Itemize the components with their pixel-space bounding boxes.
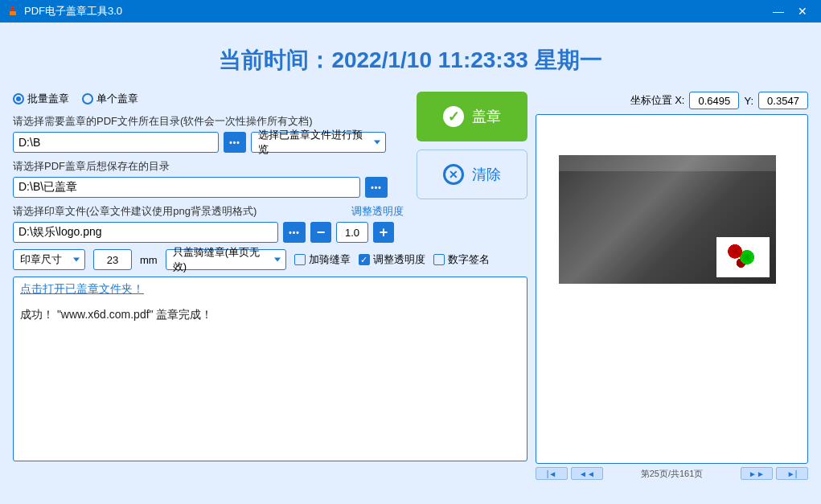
coord-x-label: 坐标位置 X: — [630, 93, 685, 108]
open-folder-link[interactable]: 点击打开已盖章文件夹！ — [20, 282, 520, 297]
titlebar-title: PDF电子盖章工具3.0 — [24, 4, 122, 18]
stamp-button[interactable]: ✓ 盖章 — [417, 92, 527, 141]
svg-rect-0 — [11, 6, 14, 11]
radio-single-label: 单个盖章 — [96, 92, 138, 106]
stamp-size-select[interactable]: 印章尺寸 — [13, 249, 85, 270]
stamp-file-label: 请选择印章文件(公章文件建议使用png背景透明格式) — [13, 204, 257, 219]
radio-batch[interactable]: 批量盖章 — [13, 92, 69, 106]
stamp-size-select-label: 印章尺寸 — [20, 252, 62, 267]
pager-prev-button[interactable]: ◄◄ — [571, 467, 603, 480]
riding-mode-label: 只盖骑缝章(单页无效) — [173, 245, 269, 274]
pager-next-button[interactable]: ►► — [741, 467, 773, 480]
dst-dir-label: 请选择PDF盖章后想保存在的目录 — [13, 159, 404, 174]
checkbox-icon — [294, 254, 306, 265]
stamp-overlay — [716, 237, 770, 277]
coord-x-input[interactable] — [689, 92, 739, 109]
pager-info: 第25页/共161页 — [606, 468, 737, 480]
preview-image — [559, 155, 776, 284]
riding-mode-select[interactable]: 只盖骑缝章(单页无效) — [166, 249, 286, 270]
x-icon: ✕ — [443, 164, 464, 185]
stamp-button-label: 盖章 — [472, 107, 501, 126]
log-area: 点击打开已盖章文件夹！ 成功！ "www.x6d.com.pdf" 盖章完成！ — [13, 277, 527, 461]
preview-select-label: 选择已盖章文件进行预览 — [258, 128, 369, 157]
checkbox-add-riding[interactable]: 加骑缝章 — [294, 252, 351, 267]
stamp-file-input[interactable] — [13, 222, 278, 243]
pager-last-button[interactable]: ►| — [776, 467, 808, 480]
log-line: 成功！ "www.x6d.com.pdf" 盖章完成！ — [20, 308, 520, 322]
src-dir-input[interactable] — [13, 132, 219, 153]
stamp-size-unit: mm — [140, 254, 158, 266]
dst-dir-input[interactable] — [13, 177, 360, 198]
svg-rect-1 — [10, 11, 16, 15]
checkbox-icon — [359, 254, 370, 265]
stamp-size-input[interactable] — [93, 249, 132, 270]
check-icon: ✓ — [443, 106, 464, 127]
time-header: 当前时间：2022/1/10 11:23:33 星期一 — [13, 31, 808, 92]
opacity-plus-button[interactable]: + — [373, 222, 394, 243]
src-dir-label: 请选择需要盖章的PDF文件所在目录(软件会一次性操作所有文档) — [13, 114, 404, 129]
minimize-button[interactable]: — — [766, 5, 790, 18]
app-icon — [6, 5, 19, 18]
coord-y-input[interactable] — [758, 92, 808, 109]
src-dir-browse-button[interactable]: ••• — [224, 132, 246, 153]
titlebar: PDF电子盖章工具3.0 — ✕ — [0, 0, 821, 23]
dst-dir-browse-button[interactable]: ••• — [365, 177, 388, 198]
checkbox-digital-sign[interactable]: 数字签名 — [433, 252, 490, 267]
preview-box[interactable] — [536, 114, 808, 464]
opacity-minus-button[interactable]: − — [310, 222, 331, 243]
pager-first-button[interactable]: |◄ — [536, 467, 568, 480]
close-button[interactable]: ✕ — [790, 5, 815, 18]
checkbox-add-riding-label: 加骑缝章 — [309, 252, 351, 267]
radio-single[interactable]: 单个盖章 — [82, 92, 138, 106]
clear-button[interactable]: ✕ 清除 — [417, 150, 527, 199]
radio-batch-label: 批量盖章 — [27, 92, 69, 106]
coord-y-label: Y: — [744, 95, 753, 107]
radio-icon — [82, 93, 93, 104]
checkbox-adjust-opacity[interactable]: 调整透明度 — [359, 252, 425, 267]
radio-icon — [13, 93, 24, 104]
stamp-icon — [723, 243, 763, 272]
clear-button-label: 清除 — [472, 165, 501, 184]
opacity-value: 1.0 — [336, 222, 368, 243]
preview-select[interactable]: 选择已盖章文件进行预览 — [251, 132, 386, 153]
stamp-file-browse-button[interactable]: ••• — [283, 222, 306, 243]
checkbox-icon — [433, 254, 445, 265]
checkbox-digital-sign-label: 数字签名 — [448, 252, 490, 267]
checkbox-adjust-opacity-label: 调整透明度 — [373, 252, 425, 267]
adjust-opacity-link[interactable]: 调整透明度 — [351, 204, 404, 219]
